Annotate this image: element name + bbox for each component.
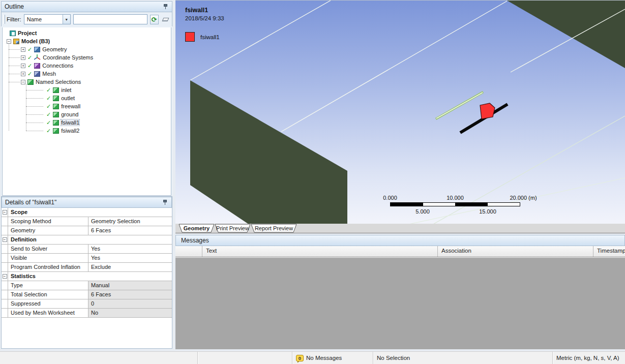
filter-label: Filter: — [7, 16, 21, 22]
messages-column-association[interactable]: Association — [438, 246, 593, 257]
status-messages-label: No Messages — [306, 355, 342, 361]
wall-face — [190, 80, 347, 224]
named-selections-icon — [27, 79, 34, 85]
expand-toggle-icon[interactable]: + — [21, 64, 25, 68]
model-scene — [175, 1, 625, 224]
details-value[interactable]: Yes — [88, 245, 172, 253]
details-title-label: Details of "fsiwall1" — [5, 199, 56, 206]
tree-item-outlet[interactable]: ✓ outlet — [3, 94, 171, 102]
details-pane: Details of "fsiwall1" − Scope Scoping Me… — [1, 196, 172, 349]
outline-pane-title: Outline — [1, 1, 172, 12]
tree-item-ground[interactable]: ✓ ground — [3, 110, 171, 118]
annotation-timestamp: 2018/5/24 9:33 — [185, 15, 224, 21]
refresh-icon: ⟳ — [152, 16, 157, 23]
filter-query-input[interactable] — [73, 14, 147, 24]
tree-item-connections[interactable]: + ✓ Connections — [3, 62, 171, 70]
collapse-toggle-icon[interactable]: − — [21, 80, 25, 84]
ruler-bar — [390, 202, 520, 206]
details-value[interactable]: Exclude — [88, 263, 172, 271]
tab-report-preview-label[interactable]: Report Preview — [255, 225, 293, 231]
check-icon: ✓ — [46, 120, 51, 126]
details-value[interactable]: Geometry Selection — [88, 217, 172, 226]
check-icon: ✓ — [46, 104, 51, 109]
named-selection-icon — [53, 96, 59, 101]
messages-title-label: Messages — [181, 237, 209, 244]
tree-item-project[interactable]: Project — [3, 29, 171, 37]
tree-item-fsiwall2[interactable]: ✓ fsiwall2 — [3, 127, 171, 135]
details-row: Type Manual — [2, 281, 172, 290]
tab-print-preview-label[interactable]: Print Preview — [216, 225, 249, 231]
details-row: Geometry 6 Faces — [2, 226, 172, 235]
collapse-toggle-icon[interactable]: − — [3, 274, 7, 279]
application-window: Outline Filter: Name ▼ ⟳ Project — [0, 0, 625, 364]
expand-toggle-icon[interactable]: + — [21, 47, 25, 52]
check-icon: ✓ — [27, 47, 32, 52]
status-messages-indicator[interactable]: 0 No Messages — [292, 352, 373, 364]
corner-face — [507, 1, 625, 68]
geometry-icon — [34, 47, 40, 52]
pin-icon[interactable] — [162, 199, 168, 205]
scale-ruler: 0.000 10.000 20.000 (m) 5.000 15.000 — [390, 195, 543, 216]
status-units: Metric (m, kg, N, s, V, A) — [553, 352, 625, 364]
connections-icon — [34, 63, 40, 69]
check-icon: ✓ — [46, 112, 51, 117]
details-row: Visible Yes — [2, 254, 172, 263]
details-value-readonly: Manual — [88, 281, 172, 290]
details-row: Used by Mesh Worksheet No — [2, 309, 172, 318]
outline-pane: Outline Filter: Name ▼ ⟳ Project — [1, 1, 172, 196]
filter-field-dropdown[interactable]: Name ▼ — [24, 14, 71, 24]
messages-table-body — [175, 257, 625, 349]
named-selection-icon — [53, 112, 59, 117]
details-value-readonly: No — [88, 309, 172, 317]
details-category-row: − Scope — [2, 208, 172, 217]
check-icon: ✓ — [27, 71, 32, 77]
pin-icon[interactable] — [163, 4, 169, 10]
check-icon: ✓ — [46, 87, 51, 93]
messages-column-text[interactable]: Text — [202, 246, 438, 257]
legend-color-swatch — [185, 32, 195, 42]
collapse-toggle-icon[interactable]: − — [3, 210, 7, 215]
messages-pane-title: Messages — [175, 235, 625, 246]
ruler-label: 10.000 — [447, 195, 464, 201]
coordinate-systems-icon — [34, 54, 41, 60]
tree-item-fsiwall1[interactable]: ✓ fsiwall1 — [3, 118, 171, 127]
details-value-readonly: 0 — [88, 299, 172, 308]
messages-column-timestamp[interactable]: Timestamp — [593, 246, 625, 257]
chevron-down-icon[interactable]: ▼ — [63, 15, 70, 24]
status-units-label: Metric (m, kg, N, s, V, A) — [556, 355, 619, 361]
viewport-legend: fsiwall1 — [185, 32, 220, 42]
tree-item-inlet[interactable]: ✓ inlet — [3, 86, 171, 94]
collapse-toggle-icon[interactable]: − — [3, 237, 7, 242]
named-selections-children: ✓ inlet ✓ outlet ✓ freewall — [3, 86, 171, 135]
expand-toggle-icon[interactable]: + — [21, 55, 25, 60]
details-value[interactable]: Yes — [88, 254, 172, 262]
view-tab-strip: Geometry Print Preview Report Preview — [175, 224, 625, 233]
named-selection-icon — [53, 87, 59, 93]
status-selection: No Selection — [373, 352, 553, 364]
clear-filter-button[interactable] — [161, 15, 170, 24]
tree-item-mesh[interactable]: + ✓ Mesh — [3, 70, 171, 78]
tree-item-model[interactable]: − Model (B3) — [3, 37, 171, 45]
details-value[interactable]: 6 Faces — [88, 226, 172, 235]
named-selection-icon — [53, 128, 59, 134]
check-icon: ✓ — [46, 128, 51, 134]
tab-geometry-label[interactable]: Geometry — [184, 225, 210, 231]
named-selection-icon — [53, 120, 59, 126]
tree-item-geometry[interactable]: + ✓ Geometry — [3, 45, 171, 53]
check-icon: ✓ — [27, 63, 32, 69]
expand-toggle-icon[interactable]: + — [21, 72, 25, 76]
details-row: Program Controlled Inflation Exclude — [2, 263, 172, 272]
status-section-empty — [198, 352, 292, 364]
refresh-filter-button[interactable]: ⟳ — [150, 15, 159, 24]
tree-item-named-selections[interactable]: − Named Selections — [3, 78, 171, 86]
details-row: Suppressed 0 — [2, 299, 172, 309]
details-row: Scoping Method Geometry Selection — [2, 217, 172, 226]
legend-label: fsiwall1 — [200, 34, 220, 40]
tree-item-coordinate-systems[interactable]: + ✓ Coordinate Systems — [3, 53, 171, 62]
check-icon: ✓ — [27, 55, 32, 60]
tree-item-freewall[interactable]: ✓ freewall — [3, 102, 171, 110]
graphics-viewport[interactable]: fsiwall1 2018/5/24 9:33 fsiwall1 0.000 1… — [175, 0, 625, 224]
status-section-empty — [0, 352, 198, 364]
details-pane-title: Details of "fsiwall1" — [2, 197, 172, 208]
messages-column-gutter[interactable] — [175, 246, 202, 257]
